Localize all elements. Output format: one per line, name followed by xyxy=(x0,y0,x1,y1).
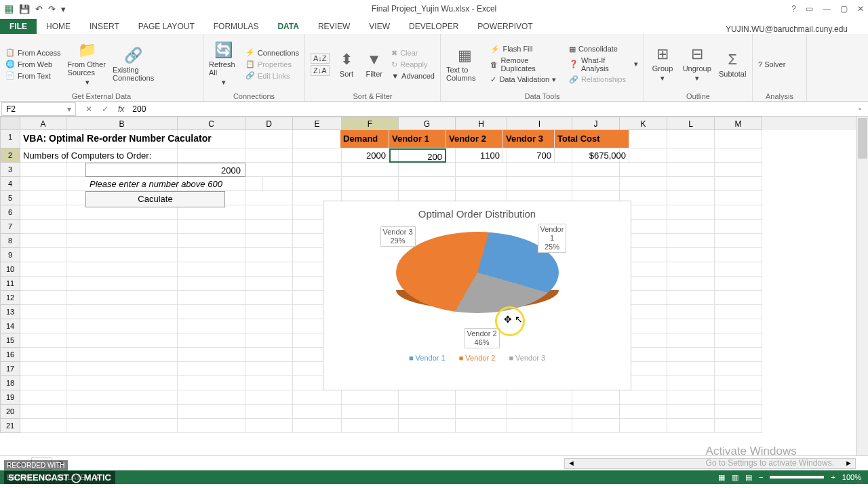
qa-more-icon[interactable]: ▾ xyxy=(61,4,66,14)
text-to-columns-button[interactable]: ▦Text to Columns xyxy=(446,47,484,82)
maximize-icon[interactable]: ▢ xyxy=(840,4,848,14)
tab-view[interactable]: VIEW xyxy=(359,19,399,34)
remove-duplicates-button[interactable]: 🗑 Remove Duplicates xyxy=(490,56,561,73)
row-header-18[interactable]: 18 xyxy=(0,376,20,390)
tab-home[interactable]: HOME xyxy=(37,19,80,34)
row-header-7[interactable]: 7 xyxy=(0,220,20,234)
row-header-19[interactable]: 19 xyxy=(0,390,20,405)
connections-button[interactable]: ⚡ Connections xyxy=(245,48,299,57)
formula-bar[interactable]: 200 xyxy=(128,104,868,114)
properties-button[interactable]: 📋 Properties xyxy=(245,60,299,68)
col-header-K[interactable]: K xyxy=(620,117,667,130)
from-text-button[interactable]: 📄 From Text xyxy=(5,71,61,80)
row-header-13[interactable]: 13 xyxy=(0,305,20,319)
save-icon[interactable]: 💾 xyxy=(19,4,30,14)
col-header-G[interactable]: G xyxy=(399,117,456,130)
row-header-8[interactable]: 8 xyxy=(0,234,20,248)
tab-powerpivot[interactable]: POWERPIVOT xyxy=(468,19,542,34)
col-header-J[interactable]: J xyxy=(572,117,620,130)
subtotal-button[interactable]: ΣSubtotal xyxy=(718,51,747,78)
advanced-button[interactable]: ▼ Advanced xyxy=(391,72,435,80)
tab-developer[interactable]: DEVELOPER xyxy=(399,19,468,34)
row-header-5[interactable]: 5 xyxy=(0,191,20,205)
vertical-scrollbar[interactable] xyxy=(856,117,868,455)
name-box[interactable]: F2▾ xyxy=(1,102,76,116)
sort-za-button[interactable]: Z↓A xyxy=(311,65,330,76)
col-header-L[interactable]: L xyxy=(667,117,715,130)
fx-icon[interactable]: fx xyxy=(118,104,124,114)
row-header-12[interactable]: 12 xyxy=(0,291,20,305)
tab-data[interactable]: DATA xyxy=(268,19,309,34)
cell-a2[interactable]: Numbers of Computers to Order: xyxy=(20,148,178,163)
existing-connections-button[interactable]: 🔗Existing Connections xyxy=(114,47,153,82)
zoom-out-icon[interactable]: − xyxy=(759,473,763,481)
user-email[interactable]: YUJIN.WU@baruchmail.cuny.edu xyxy=(726,22,848,34)
zoom-in-icon[interactable]: + xyxy=(831,473,835,481)
cell-f1[interactable]: Vendor 1 xyxy=(389,130,446,148)
from-web-button[interactable]: 🌐 From Web xyxy=(5,60,61,68)
row-header-2[interactable]: 2 xyxy=(0,148,20,163)
relationships-button[interactable]: 🔗 Relationships xyxy=(569,75,638,84)
from-access-button[interactable]: 📋 From Access xyxy=(5,48,61,57)
cell-a1[interactable]: VBA: Optimal Re-order Number Caculator xyxy=(20,130,245,148)
data-validation-button[interactable]: ✓ Data Validation ▾ xyxy=(490,75,561,84)
row-header-14[interactable]: 14 xyxy=(0,319,20,333)
cell-i2[interactable]: $675,000 xyxy=(555,148,629,163)
tab-pagelayout[interactable]: PAGE LAYOUT xyxy=(129,19,204,34)
zoom-level[interactable]: 100% xyxy=(842,473,861,481)
tab-review[interactable]: REVIEW xyxy=(309,19,359,34)
ungroup-button[interactable]: ⊟Ungroup▾ xyxy=(682,45,711,83)
ribbon-options-icon[interactable]: ▭ xyxy=(806,4,813,14)
cancel-formula-icon[interactable]: ✕ xyxy=(85,104,92,114)
select-all-corner[interactable] xyxy=(0,117,20,130)
group-button[interactable]: ⊞Group▾ xyxy=(650,45,675,83)
row-header-3[interactable]: 3 xyxy=(0,163,20,177)
calculate-button[interactable]: Caculate xyxy=(85,191,225,207)
cell-i1[interactable]: Total Cost xyxy=(555,130,629,148)
cell-g2[interactable]: 1100 xyxy=(446,148,503,163)
undo-icon[interactable]: ↶ xyxy=(35,4,43,14)
col-header-F[interactable]: F xyxy=(342,117,399,130)
redo-icon[interactable]: ↷ xyxy=(48,4,56,14)
col-header-B[interactable]: B xyxy=(66,117,178,130)
col-header-D[interactable]: D xyxy=(245,117,293,130)
cell-e2[interactable]: 2000 xyxy=(340,148,389,163)
row-header-1[interactable]: 1 xyxy=(0,130,20,148)
row-header-17[interactable]: 17 xyxy=(0,362,20,376)
pie-chart[interactable] xyxy=(396,232,559,313)
chart-object[interactable]: Optimal Order Distribution Vendor 329% V… xyxy=(323,201,631,390)
filter-button[interactable]: ▼Filter xyxy=(363,51,384,78)
row-header-21[interactable]: 21 xyxy=(0,419,20,433)
tab-insert[interactable]: INSERT xyxy=(80,19,129,34)
flash-fill-button[interactable]: ⚡ Flash Fill xyxy=(490,45,561,54)
row-header-4[interactable]: 4 xyxy=(0,177,20,191)
row-header-15[interactable]: 15 xyxy=(0,333,20,348)
row-header-9[interactable]: 9 xyxy=(0,248,20,262)
consolidate-button[interactable]: ▦ Consolidate xyxy=(569,45,638,54)
solver-button[interactable]: ? Solver xyxy=(758,60,785,68)
row-header-11[interactable]: 11 xyxy=(0,277,20,291)
sort-button[interactable]: ⬍Sort xyxy=(336,51,357,78)
edit-links-button[interactable]: 🔗 Edit Links xyxy=(245,71,299,80)
col-header-A[interactable]: A xyxy=(20,117,66,130)
cell-h1[interactable]: Vendor 3 xyxy=(503,130,555,148)
help-icon[interactable]: ? xyxy=(791,4,796,14)
row-header-20[interactable]: 20 xyxy=(0,405,20,419)
cell-h2[interactable]: 700 xyxy=(503,148,555,163)
col-header-C[interactable]: C xyxy=(178,117,245,130)
zoom-slider[interactable] xyxy=(770,476,824,479)
view-break-icon[interactable]: ▤ xyxy=(745,473,752,482)
col-header-H[interactable]: H xyxy=(456,117,507,130)
reapply-button[interactable]: ↻ Reapply xyxy=(391,60,435,69)
minimize-icon[interactable]: — xyxy=(823,4,831,14)
cell-e1[interactable]: Demand xyxy=(340,130,389,148)
input-order-qty[interactable]: 2000 xyxy=(85,163,245,177)
tab-formulas[interactable]: FORMULAS xyxy=(204,19,269,34)
view-normal-icon[interactable]: ▦ xyxy=(718,473,725,482)
row-header-6[interactable]: 6 xyxy=(0,205,20,220)
other-sources-button[interactable]: 📁From Other Sources▾ xyxy=(68,41,107,87)
what-if-button[interactable]: ❓ What-If Analysis ▾ xyxy=(569,56,638,73)
col-header-E[interactable]: E xyxy=(293,117,342,130)
cell-f2-selected[interactable]: 200 xyxy=(389,148,446,163)
refresh-all-button[interactable]: 🔄Refresh All▾ xyxy=(209,41,239,87)
